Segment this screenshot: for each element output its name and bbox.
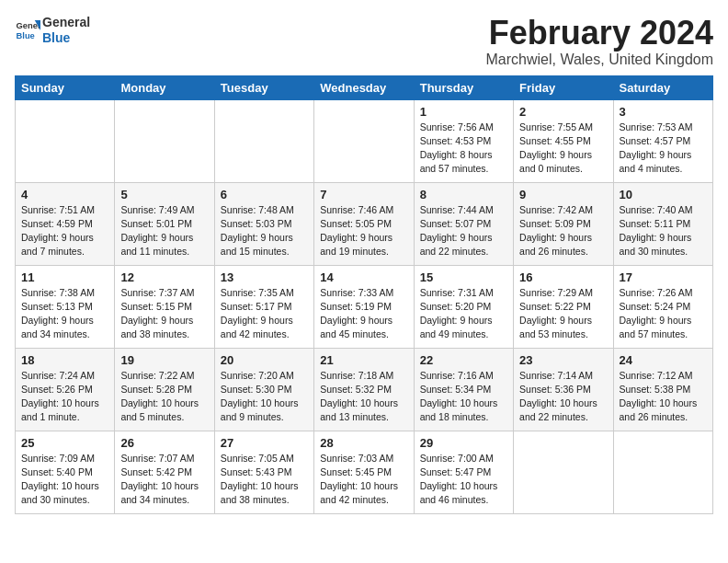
day-number: 15 — [420, 270, 507, 284]
logo-line1: General — [42, 15, 90, 30]
title-block: February 2024 Marchwiel, Wales, United K… — [486, 15, 714, 68]
day-number: 27 — [221, 436, 308, 450]
day-info: Sunrise: 7:29 AM Sunset: 5:22 PM Dayligh… — [519, 286, 607, 342]
day-info: Sunrise: 7:44 AM Sunset: 5:07 PM Dayligh… — [420, 203, 507, 259]
day-number: 11 — [21, 270, 108, 284]
day-number: 8 — [420, 188, 507, 201]
calendar-cell — [16, 99, 115, 182]
calendar-cell: 8Sunrise: 7:44 AM Sunset: 5:07 PM Daylig… — [414, 182, 513, 265]
day-info: Sunrise: 7:35 AM Sunset: 5:17 PM Dayligh… — [221, 286, 308, 342]
day-number: 14 — [320, 270, 407, 284]
calendar-cell: 15Sunrise: 7:31 AM Sunset: 5:20 PM Dayli… — [414, 265, 513, 348]
calendar-week-row: 25Sunrise: 7:09 AM Sunset: 5:40 PM Dayli… — [16, 431, 713, 513]
day-number: 6 — [221, 188, 308, 201]
day-number: 7 — [320, 188, 407, 201]
calendar-cell: 20Sunrise: 7:20 AM Sunset: 5:30 PM Dayli… — [214, 348, 313, 431]
calendar-cell: 10Sunrise: 7:40 AM Sunset: 5:11 PM Dayli… — [613, 182, 712, 265]
calendar-cell: 1Sunrise: 7:56 AM Sunset: 4:53 PM Daylig… — [414, 99, 513, 182]
calendar-cell: 28Sunrise: 7:03 AM Sunset: 5:45 PM Dayli… — [314, 431, 414, 513]
calendar-cell: 27Sunrise: 7:05 AM Sunset: 5:43 PM Dayli… — [214, 431, 313, 513]
day-number: 4 — [21, 188, 108, 201]
calendar-cell: 25Sunrise: 7:09 AM Sunset: 5:40 PM Dayli… — [16, 431, 115, 513]
day-info: Sunrise: 7:40 AM Sunset: 5:11 PM Dayligh… — [620, 203, 707, 259]
calendar-cell: 16Sunrise: 7:29 AM Sunset: 5:22 PM Dayli… — [514, 265, 613, 348]
calendar-cell — [613, 431, 712, 513]
location-title: Marchwiel, Wales, United Kingdom — [486, 52, 714, 68]
calendar-cell: 22Sunrise: 7:16 AM Sunset: 5:34 PM Dayli… — [414, 348, 513, 431]
calendar-table: SundayMondayTuesdayWednesdayThursdayFrid… — [15, 75, 713, 514]
day-info: Sunrise: 7:09 AM Sunset: 5:40 PM Dayligh… — [21, 452, 108, 508]
day-info: Sunrise: 7:20 AM Sunset: 5:30 PM Dayligh… — [221, 369, 308, 425]
day-info: Sunrise: 7:14 AM Sunset: 5:36 PM Dayligh… — [519, 369, 607, 425]
day-number: 29 — [420, 436, 507, 450]
calendar-cell — [514, 431, 613, 513]
day-info: Sunrise: 7:49 AM Sunset: 5:01 PM Dayligh… — [120, 203, 208, 259]
day-number: 21 — [320, 353, 407, 367]
day-info: Sunrise: 7:33 AM Sunset: 5:19 PM Dayligh… — [320, 286, 407, 342]
svg-text:Blue: Blue — [17, 31, 35, 40]
day-info: Sunrise: 7:53 AM Sunset: 4:57 PM Dayligh… — [620, 121, 707, 177]
day-info: Sunrise: 7:16 AM Sunset: 5:34 PM Dayligh… — [420, 369, 507, 425]
day-info: Sunrise: 7:51 AM Sunset: 4:59 PM Dayligh… — [21, 203, 108, 259]
calendar-week-row: 4Sunrise: 7:51 AM Sunset: 4:59 PM Daylig… — [16, 182, 713, 265]
day-info: Sunrise: 7:03 AM Sunset: 5:45 PM Dayligh… — [320, 452, 407, 508]
calendar-cell: 24Sunrise: 7:12 AM Sunset: 5:38 PM Dayli… — [613, 348, 712, 431]
logo: General Blue General Blue — [15, 15, 90, 46]
calendar-cell: 29Sunrise: 7:00 AM Sunset: 5:47 PM Dayli… — [414, 431, 513, 513]
weekday-header: Thursday — [414, 75, 513, 99]
day-number: 24 — [620, 353, 707, 367]
day-number: 22 — [420, 353, 507, 367]
day-info: Sunrise: 7:18 AM Sunset: 5:32 PM Dayligh… — [320, 369, 407, 425]
calendar-cell — [314, 99, 414, 182]
day-number: 16 — [519, 270, 607, 284]
day-info: Sunrise: 7:42 AM Sunset: 5:09 PM Dayligh… — [519, 203, 607, 259]
day-info: Sunrise: 7:56 AM Sunset: 4:53 PM Dayligh… — [420, 121, 507, 177]
calendar-week-row: 1Sunrise: 7:56 AM Sunset: 4:53 PM Daylig… — [16, 99, 713, 182]
day-info: Sunrise: 7:05 AM Sunset: 5:43 PM Dayligh… — [221, 452, 308, 508]
day-number: 2 — [519, 105, 607, 119]
month-title: February 2024 — [486, 15, 714, 52]
calendar-cell: 26Sunrise: 7:07 AM Sunset: 5:42 PM Dayli… — [115, 431, 214, 513]
day-number: 17 — [620, 270, 707, 284]
day-number: 18 — [21, 353, 108, 367]
weekday-header: Saturday — [613, 75, 712, 99]
weekday-header: Tuesday — [214, 75, 313, 99]
day-info: Sunrise: 7:38 AM Sunset: 5:13 PM Dayligh… — [21, 286, 108, 342]
day-info: Sunrise: 7:31 AM Sunset: 5:20 PM Dayligh… — [420, 286, 507, 342]
day-info: Sunrise: 7:12 AM Sunset: 5:38 PM Dayligh… — [620, 369, 707, 425]
day-info: Sunrise: 7:22 AM Sunset: 5:28 PM Dayligh… — [120, 369, 208, 425]
logo-line2: Blue — [42, 30, 90, 46]
day-number: 5 — [120, 188, 208, 201]
calendar-cell: 23Sunrise: 7:14 AM Sunset: 5:36 PM Dayli… — [514, 348, 613, 431]
day-info: Sunrise: 7:26 AM Sunset: 5:24 PM Dayligh… — [620, 286, 707, 342]
day-info: Sunrise: 7:37 AM Sunset: 5:15 PM Dayligh… — [120, 286, 208, 342]
calendar-cell: 21Sunrise: 7:18 AM Sunset: 5:32 PM Dayli… — [314, 348, 414, 431]
calendar-cell — [214, 99, 313, 182]
calendar-week-row: 18Sunrise: 7:24 AM Sunset: 5:26 PM Dayli… — [16, 348, 713, 431]
logo-icon: General Blue — [15, 17, 40, 43]
day-number: 12 — [120, 270, 208, 284]
day-number: 25 — [21, 436, 108, 450]
calendar-cell: 9Sunrise: 7:42 AM Sunset: 5:09 PM Daylig… — [514, 182, 613, 265]
day-info: Sunrise: 7:46 AM Sunset: 5:05 PM Dayligh… — [320, 203, 407, 259]
calendar-cell — [115, 99, 214, 182]
weekday-header: Friday — [514, 75, 613, 99]
calendar-cell: 11Sunrise: 7:38 AM Sunset: 5:13 PM Dayli… — [16, 265, 115, 348]
calendar-cell: 3Sunrise: 7:53 AM Sunset: 4:57 PM Daylig… — [613, 99, 712, 182]
weekday-header: Wednesday — [314, 75, 414, 99]
calendar-cell: 12Sunrise: 7:37 AM Sunset: 5:15 PM Dayli… — [115, 265, 214, 348]
day-number: 28 — [320, 436, 407, 450]
day-info: Sunrise: 7:55 AM Sunset: 4:55 PM Dayligh… — [519, 121, 607, 177]
day-number: 26 — [120, 436, 208, 450]
calendar-cell: 5Sunrise: 7:49 AM Sunset: 5:01 PM Daylig… — [115, 182, 214, 265]
calendar-cell: 14Sunrise: 7:33 AM Sunset: 5:19 PM Dayli… — [314, 265, 414, 348]
day-info: Sunrise: 7:24 AM Sunset: 5:26 PM Dayligh… — [21, 369, 108, 425]
day-number: 13 — [221, 270, 308, 284]
day-number: 3 — [620, 105, 707, 119]
day-number: 1 — [420, 105, 507, 119]
calendar-cell: 19Sunrise: 7:22 AM Sunset: 5:28 PM Dayli… — [115, 348, 214, 431]
calendar-week-row: 11Sunrise: 7:38 AM Sunset: 5:13 PM Dayli… — [16, 265, 713, 348]
page-header: General Blue General Blue February 2024 … — [15, 15, 713, 68]
weekday-header: Monday — [115, 75, 214, 99]
day-number: 23 — [519, 353, 607, 367]
